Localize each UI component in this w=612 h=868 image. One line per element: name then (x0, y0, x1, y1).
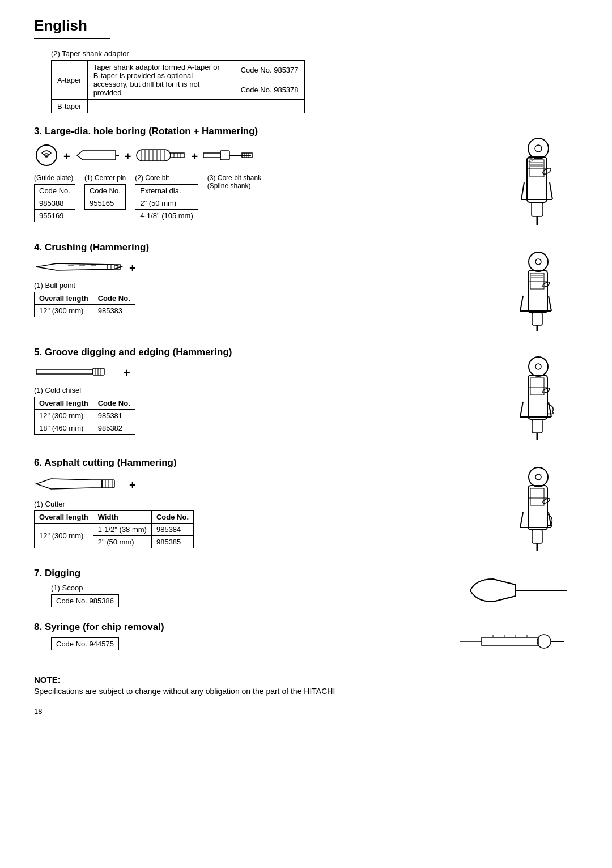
svg-rect-69 (532, 419, 542, 433)
svg-rect-51 (532, 313, 542, 325)
svg-point-46 (529, 252, 548, 271)
svg-rect-76 (102, 480, 114, 488)
cold-chisel-icon (34, 364, 119, 381)
section4-sub: (1) Bull point (34, 281, 436, 290)
section7-code: Code No. 985386 (52, 595, 119, 607)
svg-point-74 (542, 387, 550, 394)
taper-b-code: Code No. 985378 (235, 80, 304, 100)
svg-line-70 (520, 402, 523, 417)
taper-description: Taper shank adaptor formed A-taper or B-… (87, 61, 235, 100)
section6-header: 6. Asphalt cutting (Hammering) (34, 457, 436, 469)
taper-a-code: Code No. 985377 (235, 61, 304, 80)
section3-tables: (Guide plate) Code No. 985388 955169 (1)… (34, 174, 436, 222)
center-pin-table: Code No. 955165 (84, 184, 126, 210)
section4-header: 4. Crushing (Hammering) (34, 242, 436, 253)
guide-plate-table-group: (Guide plate) Code No. 985388 955169 (34, 174, 75, 222)
svg-rect-85 (532, 530, 542, 543)
section5-drill-image (453, 347, 578, 445)
taper-a-label: A-taper (52, 61, 88, 100)
svg-rect-95 (482, 637, 538, 645)
plus-3: + (191, 151, 198, 162)
section-7: 7. Digging (1) Scoop Code No. 985386 (34, 568, 578, 609)
plus-5: + (124, 367, 130, 378)
section3-drill-image (453, 126, 578, 229)
svg-rect-48 (528, 270, 547, 313)
section8-code: Code No. 944575 (52, 638, 119, 650)
note-title: NOTE: (34, 675, 578, 684)
section5-sub: (1) Cold chisel (34, 386, 436, 394)
section8-header: 8. Syringe (for chip removal) (34, 622, 436, 633)
plus-1: + (63, 151, 70, 162)
section4-table: Overall length Code No. 12" (300 mm) 985… (34, 292, 135, 317)
guide-plate-icon (34, 143, 59, 169)
svg-rect-39 (108, 265, 120, 269)
svg-rect-66 (528, 375, 547, 419)
note-text: Specifications are subject to change wit… (34, 687, 578, 696)
plus-4: + (129, 262, 136, 274)
section6-table: Overall length Width Code No. 12" (300 m… (34, 510, 194, 548)
taper-header: (2) Taper shank adaptor (51, 49, 578, 58)
section5-header: 5. Groove digging and edging (Hammering) (34, 347, 436, 358)
core-bit-table: External dia. 2" (50 mm) 4-1/8" (105 mm) (135, 184, 198, 222)
svg-point-65 (536, 364, 541, 369)
svg-line-29 (521, 182, 524, 199)
section4-diagram: + (34, 259, 436, 276)
svg-line-92 (493, 579, 516, 585)
svg-marker-75 (36, 479, 102, 489)
cutter-icon (34, 474, 125, 495)
section8-syringe-image (453, 622, 578, 657)
section7-table: Code No. 985386 (51, 594, 119, 607)
section-3: 3. Large-dia. hole boring (Rotation + Ha… (34, 126, 578, 229)
svg-point-23 (528, 138, 549, 159)
section5-diagram: + (34, 364, 436, 381)
svg-point-90 (542, 497, 550, 504)
scoop-svg (459, 573, 572, 607)
drill-svg-6 (459, 457, 572, 554)
svg-point-56 (542, 281, 550, 288)
section8-table: Code No. 944575 (51, 637, 119, 650)
page-title: English (34, 17, 110, 39)
drill-svg-3 (459, 126, 572, 228)
core-bit-shank-icon (202, 147, 253, 165)
section-5: 5. Groove digging and edging (Hammering)… (34, 347, 578, 445)
plus-2: + (125, 151, 131, 162)
taper-b-label: B-taper (52, 100, 88, 113)
svg-line-53 (549, 296, 551, 311)
svg-line-86 (520, 512, 523, 527)
svg-point-24 (535, 145, 542, 152)
note-section: NOTE: Specifications are subject to chan… (34, 670, 578, 696)
taper-section: (2) Taper shank adaptor A-taper Taper sh… (34, 49, 578, 113)
section7-scoop-image (453, 568, 578, 609)
center-pin-label: (1) Center pin (84, 174, 126, 182)
core-bit-shank-label-group: (3) Core bit shank(Spline shank) (207, 174, 261, 191)
section-6: 6. Asphalt cutting (Hammering) + (34, 457, 578, 555)
section6-sub: (1) Cutter (34, 500, 436, 508)
core-bit-shank-label: (3) Core bit shank(Spline shank) (207, 174, 261, 190)
core-bit-icon (135, 146, 186, 166)
section5-table: Overall length Code No. 12" (300 mm) 985… (34, 397, 135, 435)
plus-6: + (129, 479, 136, 491)
section3-header: 3. Large-dia. hole boring (Rotation + Ha… (34, 126, 436, 137)
section6-drill-image (453, 457, 578, 555)
section7-header: 7. Digging (34, 568, 436, 579)
section4-drill-image (453, 242, 578, 334)
drill-svg-5 (459, 347, 572, 443)
svg-rect-4 (137, 150, 171, 161)
svg-rect-60 (93, 368, 104, 375)
center-pin-table-group: (1) Center pin Code No. 955165 (84, 174, 126, 210)
svg-rect-28 (532, 202, 543, 216)
section-8: 8. Syringe (for chip removal) Code No. 9… (34, 622, 578, 657)
svg-marker-2 (77, 151, 116, 160)
svg-rect-49 (530, 273, 544, 289)
section-4: 4. Crushing (Hammering) (34, 242, 578, 334)
svg-line-93 (493, 596, 516, 602)
svg-rect-67 (530, 378, 544, 395)
core-bit-table-group: (2) Core bit External dia. 2" (50 mm) 4-… (135, 174, 198, 222)
svg-point-64 (529, 357, 548, 376)
section6-diagram: + (34, 474, 436, 495)
core-bit-label: (2) Core bit (135, 174, 198, 182)
bull-point-icon (34, 259, 125, 276)
guide-plate-table: Code No. 985388 955169 (34, 184, 75, 222)
svg-point-96 (537, 635, 551, 648)
section3-diagram: + + (34, 143, 436, 169)
